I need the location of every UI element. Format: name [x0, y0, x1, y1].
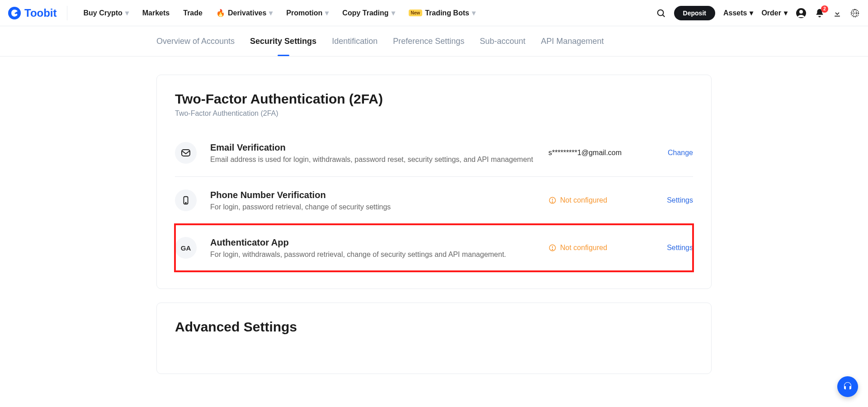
- chevron-down-icon: ▾: [784, 9, 788, 17]
- nav-order[interactable]: Order ▾: [761, 9, 788, 17]
- tfa-email-info: Email Verification Email address is used…: [210, 142, 535, 164]
- nav-assets[interactable]: Assets ▾: [723, 9, 753, 17]
- tfa-phone-row: Phone Number Verification For login, pas…: [175, 177, 693, 224]
- topbar: Toobit Buy Crypto ▾ Markets Trade 🔥 Deri…: [0, 0, 868, 26]
- email-icon: [175, 142, 197, 164]
- nav-buy-crypto[interactable]: Buy Crypto ▾: [77, 5, 135, 21]
- svg-point-5: [799, 10, 803, 14]
- tfa-phone-status-text: Not configured: [560, 196, 607, 204]
- notifications-badge: 2: [821, 5, 828, 13]
- chevron-down-icon: ▾: [269, 9, 273, 17]
- tfa-authenticator-desc: For login, withdrawals, password retriev…: [210, 251, 535, 259]
- tfa-email-change-link[interactable]: Change: [657, 149, 693, 157]
- chevron-down-icon: ▾: [392, 9, 395, 17]
- tfa-authenticator-row: GA Authenticator App For login, withdraw…: [175, 224, 693, 271]
- globe-icon[interactable]: [850, 8, 860, 18]
- tfa-phone-desc: For login, password retrieval, change of…: [210, 203, 535, 211]
- tfa-authenticator-status-text: Not configured: [560, 244, 607, 252]
- brand-name: Toobit: [24, 7, 57, 19]
- svg-point-17: [552, 249, 553, 250]
- authenticator-icon: GA: [175, 237, 197, 259]
- chevron-down-icon: ▾: [472, 9, 476, 17]
- tfa-email-title: Email Verification: [210, 142, 535, 153]
- brand-logo[interactable]: Toobit: [8, 6, 67, 20]
- tfa-email-value: s*********1@gmail.com: [548, 149, 643, 157]
- tfa-phone-title: Phone Number Verification: [210, 190, 535, 200]
- warning-icon: [548, 196, 557, 204]
- page-content: Two-Factor Authentication (2FA) Two-Fact…: [156, 75, 712, 374]
- tfa-subheading: Two-Factor Authentication (2FA): [175, 109, 693, 118]
- flame-icon: 🔥: [216, 9, 225, 17]
- tfa-phone-settings-link[interactable]: Settings: [657, 196, 693, 204]
- main-nav: Buy Crypto ▾ Markets Trade 🔥 Derivatives…: [77, 5, 482, 21]
- tfa-authenticator-info: Authenticator App For login, withdrawals…: [210, 237, 535, 259]
- tfa-phone-status: Not configured: [548, 196, 643, 204]
- warning-icon: [548, 244, 557, 252]
- chevron-down-icon: ▾: [750, 9, 753, 17]
- svg-line-3: [662, 14, 665, 17]
- download-icon[interactable]: [833, 9, 842, 18]
- tfa-card: Two-Factor Authentication (2FA) Two-Fact…: [156, 75, 712, 289]
- tfa-email-row: Email Verification Email address is used…: [175, 129, 693, 177]
- nav-trading-bots[interactable]: New Trading Bots ▾: [402, 5, 482, 21]
- notifications-icon[interactable]: 2: [815, 8, 825, 18]
- tab-preference-settings[interactable]: Preference Settings: [393, 26, 464, 56]
- tfa-phone-info: Phone Number Verification For login, pas…: [210, 190, 535, 211]
- nav-derivatives[interactable]: 🔥 Derivatives ▾: [210, 5, 279, 21]
- tab-sub-account[interactable]: Sub-account: [480, 26, 525, 56]
- nav-copy-trading[interactable]: Copy Trading ▾: [336, 5, 401, 21]
- tfa-authenticator-settings-link[interactable]: Settings: [657, 244, 693, 252]
- search-icon[interactable]: [656, 8, 666, 18]
- nav-copy-label: Copy Trading: [342, 9, 388, 17]
- chevron-down-icon: ▾: [125, 9, 129, 17]
- tfa-heading: Two-Factor Authentication (2FA): [175, 91, 693, 107]
- nav-order-label: Order: [761, 9, 781, 17]
- nav-derivatives-label: Derivatives: [228, 9, 266, 17]
- nav-promotion[interactable]: Promotion ▾: [280, 5, 335, 21]
- account-tabs: Overview of Accounts Security Settings I…: [156, 26, 712, 56]
- nav-trade-label: Trade: [183, 9, 203, 17]
- nav-promotion-label: Promotion: [286, 9, 322, 17]
- svg-point-11: [185, 203, 186, 204]
- tfa-email-desc: Email address is used for login, withdra…: [210, 156, 535, 164]
- nav-buy-crypto-label: Buy Crypto: [84, 9, 123, 17]
- support-fab[interactable]: [837, 376, 858, 388]
- svg-point-2: [657, 9, 663, 15]
- nav-markets-label: Markets: [142, 9, 170, 17]
- advanced-heading: Advanced Settings: [175, 319, 693, 335]
- nav-assets-label: Assets: [723, 9, 747, 17]
- svg-rect-9: [182, 150, 190, 156]
- tab-api-management[interactable]: API Management: [541, 26, 604, 56]
- chevron-down-icon: ▾: [325, 9, 329, 17]
- right-nav: Deposit Assets ▾ Order ▾ 2: [656, 6, 860, 20]
- brand-logo-icon: [8, 7, 21, 19]
- phone-icon: [175, 189, 197, 211]
- badge-new: New: [409, 9, 423, 16]
- svg-point-14: [552, 202, 553, 203]
- tab-identification[interactable]: Identification: [332, 26, 377, 56]
- tab-security-settings[interactable]: Security Settings: [250, 26, 316, 56]
- nav-trade[interactable]: Trade: [177, 5, 209, 21]
- svg-point-1: [15, 14, 17, 15]
- tfa-authenticator-title: Authenticator App: [210, 237, 535, 248]
- tfa-authenticator-status: Not configured: [548, 244, 643, 252]
- profile-icon[interactable]: [796, 8, 807, 19]
- nav-markets[interactable]: Markets: [136, 5, 176, 21]
- deposit-button[interactable]: Deposit: [674, 6, 715, 20]
- nav-bots-label: Trading Bots: [425, 9, 469, 17]
- headset-icon: [842, 381, 853, 388]
- tab-overview[interactable]: Overview of Accounts: [156, 26, 235, 56]
- account-tabs-bar: Overview of Accounts Security Settings I…: [0, 26, 868, 57]
- advanced-card: Advanced Settings: [156, 303, 712, 374]
